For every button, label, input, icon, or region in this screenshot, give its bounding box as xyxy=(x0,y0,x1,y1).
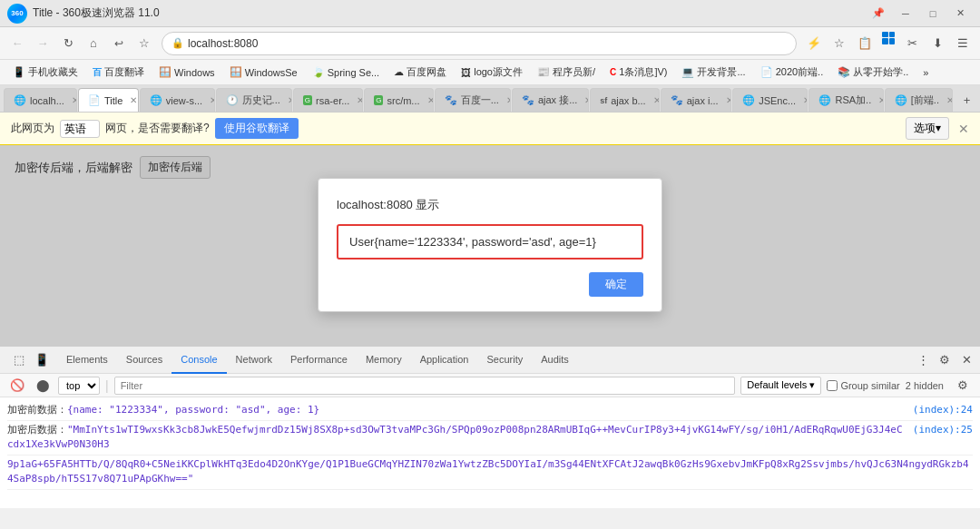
window-pin-btn[interactable]: 📌 xyxy=(866,5,891,23)
refresh-btn[interactable]: ↻ xyxy=(56,32,80,55)
tab-ajax-sf[interactable]: sf ajax b... ✕ xyxy=(590,88,660,112)
tab-srcm-close[interactable]: ✕ xyxy=(426,95,434,105)
bookmark-spring[interactable]: 🍃 Spring Se... xyxy=(307,64,385,80)
devtools-device-btn[interactable]: 📱 xyxy=(32,350,52,370)
tab-frontend-close[interactable]: ✕ xyxy=(945,95,953,105)
tab-views-label: view-s... xyxy=(166,95,202,106)
tab-ajax-sf-close[interactable]: ✕ xyxy=(652,95,660,105)
tab-jsenc-close[interactable]: ✕ xyxy=(801,95,808,105)
bookmark-programmer[interactable]: 📰 程序员新/ xyxy=(532,64,601,81)
filter-input[interactable] xyxy=(114,377,736,395)
tab-views-close[interactable]: ✕ xyxy=(208,95,214,105)
tab-jsenc-label: JSEnc... xyxy=(759,95,796,106)
bookmark-logo[interactable]: 🖼 logo源文件 xyxy=(456,64,528,81)
devtools-settings-gear-btn[interactable]: ⚙ xyxy=(953,376,973,396)
bookmark-learn[interactable]: 📚 从零开始学.. xyxy=(832,64,914,81)
translation-bar: 此网页为 英语 中文 日文 网页，是否需要翻译? 使用谷歌翻译 选项▾ ✕ xyxy=(0,113,980,145)
devtools-tab-security[interactable]: Security xyxy=(477,347,532,374)
window-minimize-btn[interactable]: ─ xyxy=(893,5,918,23)
bookmark-more[interactable]: » xyxy=(917,65,934,80)
devtools-inspect-btn[interactable]: ⬚ xyxy=(9,350,29,370)
devtools-settings-btn[interactable]: ⚙ xyxy=(935,350,955,370)
devtools-close-btn[interactable]: ✕ xyxy=(956,350,976,370)
translate-button[interactable]: 使用谷歌翻译 xyxy=(215,118,299,139)
modal-content: User{name='1223334', password='asd', age… xyxy=(337,224,643,260)
tab-ajax2[interactable]: 🐾 ajax i... ✕ xyxy=(661,88,731,112)
bookmark-1msg[interactable]: C 1条消息]V) xyxy=(604,64,672,81)
tab-rsa-close[interactable]: ✕ xyxy=(877,95,884,105)
tab-title-close[interactable]: ✕ xyxy=(128,95,139,105)
console-filter-btn[interactable]: ⬤ xyxy=(33,376,53,396)
devtools-more-btn[interactable]: ⋮ xyxy=(913,350,933,370)
window-close-btn[interactable]: ✕ xyxy=(947,5,973,23)
tab-history[interactable]: 🕐 历史记... ✕ xyxy=(216,88,292,112)
menu-btn[interactable]: ☰ xyxy=(951,32,975,55)
language-select[interactable]: 英语 中文 日文 xyxy=(60,120,100,138)
tab-ajax1-close[interactable]: ✕ xyxy=(583,95,589,105)
close-translation-btn[interactable]: ✕ xyxy=(958,122,969,136)
bookmark-baidu-cloud[interactable]: ☁ 百度网盘 xyxy=(388,64,452,81)
tab-localh[interactable]: 🌐 localh... ✕ xyxy=(4,88,77,112)
devtools-tab-performance[interactable]: Performance xyxy=(281,347,357,374)
windows-grid-icon[interactable] xyxy=(882,32,895,44)
devtools-console-log: 加密前数据：{name: "1223334", password: "asd",… xyxy=(0,397,980,508)
tab-rsa[interactable]: 🌐 RSA加.. ✕ xyxy=(808,88,883,112)
bookmark-2020[interactable]: 📄 2020前端.. xyxy=(755,64,829,81)
window-maximize-btn[interactable]: □ xyxy=(920,5,946,23)
tab-history-close[interactable]: ✕ xyxy=(286,95,292,105)
tab-baidu1[interactable]: 🐾 百度一... ✕ xyxy=(435,88,511,112)
devtools-tab-audits[interactable]: Audits xyxy=(532,347,578,374)
history-btn[interactable]: ↩ xyxy=(107,32,131,55)
tab-rsa-er[interactable]: G rsa-er... ✕ xyxy=(293,88,363,112)
devtools-tab-elements[interactable]: Elements xyxy=(57,347,117,374)
devtools-tab-console[interactable]: Console xyxy=(172,347,226,374)
devtools-tab-application[interactable]: Application xyxy=(411,347,478,374)
tab-ajax1-favicon: 🐾 xyxy=(522,94,534,106)
download-btn[interactable]: ⬇ xyxy=(926,32,949,55)
devtools-right-icons: ⋮ ⚙ ✕ xyxy=(913,350,976,370)
tab-ajax1[interactable]: 🐾 ajax 接... ✕ xyxy=(512,88,589,112)
tab-rsa-er-close[interactable]: ✕ xyxy=(355,95,363,105)
scope-select[interactable]: top xyxy=(58,377,100,395)
address-bar[interactable]: 🔒 localhost:8080 xyxy=(162,32,797,55)
devtools-tab-network[interactable]: Network xyxy=(227,347,281,374)
tab-frontend[interactable]: 🌐 [前端.. ✕ xyxy=(885,88,954,112)
bookmark-windowsse[interactable]: 🪟 WindowsSe xyxy=(224,64,303,80)
log-source-2[interactable]: (index):25 xyxy=(913,423,973,453)
bookmark-windowsse-icon: 🪟 xyxy=(230,66,242,78)
tab-baidu1-close[interactable]: ✕ xyxy=(505,95,511,105)
modal-confirm-btn[interactable]: 确定 xyxy=(589,272,643,297)
nav-bar: ← → ↻ ⌂ ↩ ☆ 🔒 localhost:8080 ⚡ ☆ 📋 ✂ ⬇ ☰ xyxy=(0,27,980,60)
bookmark-mobile[interactable]: 📱 手机收藏夹 xyxy=(7,64,83,81)
history-nav-btn[interactable]: 📋 xyxy=(853,32,877,55)
console-clear-btn[interactable]: 🚫 xyxy=(7,376,27,396)
devtools-tab-memory[interactable]: Memory xyxy=(357,347,411,374)
options-button[interactable]: 选项▾ xyxy=(906,117,949,140)
star-btn[interactable]: ☆ xyxy=(828,32,851,55)
tab-title[interactable]: 📄 Title ✕ xyxy=(78,88,139,112)
tab-history-favicon: 🕐 xyxy=(226,94,239,106)
tab-jsenc[interactable]: 🌐 JSEnc... ✕ xyxy=(732,88,808,112)
tab-ajax-sf-favicon: sf xyxy=(600,96,607,105)
bookmark-dev[interactable]: 💻 开发背景... xyxy=(676,64,750,81)
back-btn[interactable]: ← xyxy=(5,32,29,55)
new-tab-btn[interactable]: + xyxy=(957,88,976,112)
home-btn[interactable]: ⌂ xyxy=(82,32,105,55)
tab-srcm[interactable]: G src/m... ✕ xyxy=(364,88,433,112)
tab-localh-close[interactable]: ✕ xyxy=(70,95,77,105)
bookmark-btn[interactable]: ☆ xyxy=(132,32,156,55)
log-source-1[interactable]: (index):24 xyxy=(913,403,973,418)
group-similar-checkbox[interactable] xyxy=(827,380,838,391)
tab-ajax2-close[interactable]: ✕ xyxy=(724,95,732,105)
bookmark-windows[interactable]: 🪟 Windows xyxy=(153,64,220,80)
tab-views[interactable]: 🌐 view-s... ✕ xyxy=(140,88,215,112)
default-levels-btn[interactable]: Default levels ▾ xyxy=(740,377,821,395)
cut-btn[interactable]: ✂ xyxy=(900,32,924,55)
tab-ajax-sf-label: ajax b... xyxy=(611,95,646,106)
extension-btn[interactable]: ⚡ xyxy=(802,32,826,55)
bookmark-baidu-translate[interactable]: 百 百度翻译 xyxy=(87,64,150,81)
bookmark-learn-icon: 📚 xyxy=(838,66,850,78)
devtools-tab-sources[interactable]: Sources xyxy=(117,347,172,374)
forward-btn[interactable]: → xyxy=(31,32,54,55)
lock-icon: 🔒 xyxy=(172,37,184,49)
